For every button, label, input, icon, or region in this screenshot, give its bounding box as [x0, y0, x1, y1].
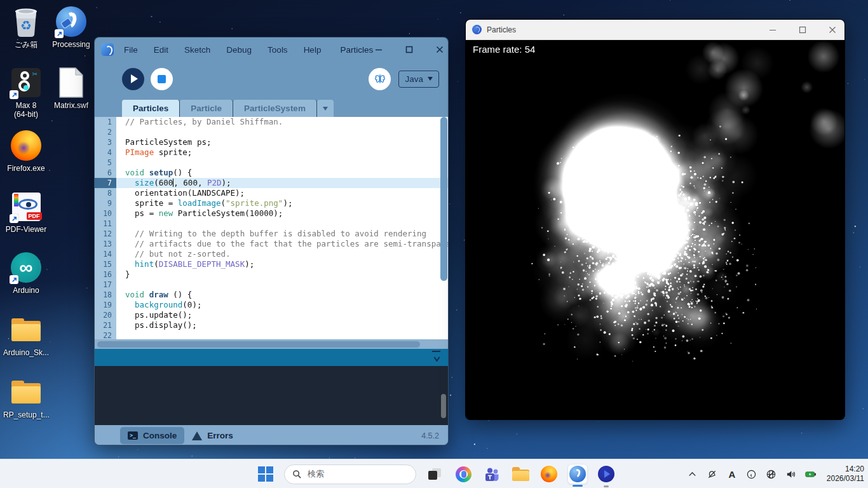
code-line-15[interactable]: 15 hint(DISABLE_DEPTH_MASK);: [95, 259, 448, 269]
editor-scrollbar[interactable]: [440, 117, 447, 281]
menu-file[interactable]: File: [124, 45, 138, 55]
teams-button[interactable]: [482, 464, 502, 484]
code-line-19[interactable]: 19 background(0);: [95, 300, 448, 310]
line-number: 12: [95, 229, 116, 239]
editor-hscrollbar[interactable]: [95, 339, 448, 349]
code-line-6[interactable]: 6void setup() {: [95, 168, 448, 178]
code-line-2[interactable]: 2: [95, 127, 448, 137]
tab-particle[interactable]: Particle: [180, 100, 233, 117]
desktop-icon-firefox[interactable]: Firefox.exe: [3, 129, 49, 173]
line-number: 17: [95, 280, 116, 290]
stop-button[interactable]: [151, 68, 173, 90]
task-view-button[interactable]: [424, 464, 445, 484]
line-number: 7: [95, 178, 116, 188]
line-number: 2: [95, 127, 116, 137]
console-scrollbar[interactable]: [441, 394, 446, 418]
folder-icon: [512, 467, 529, 481]
code-line-10[interactable]: 10 ps = new ParticleSystem(10000);: [95, 208, 448, 219]
start-button[interactable]: [255, 464, 276, 484]
code-line-22[interactable]: 22: [95, 330, 448, 339]
hscroll-thumb[interactable]: [97, 341, 420, 348]
code-text: ps = new ParticleSystem(10000);: [116, 208, 283, 219]
status-circle-button[interactable]: [746, 468, 757, 480]
taskbar-search[interactable]: 検索: [284, 464, 416, 484]
desktop-icon-pdf-viewer[interactable]: PDF PDF-Viewer: [3, 190, 49, 234]
code-editor[interactable]: 1// Particles, by Daniel Shiffman.23Part…: [95, 117, 448, 339]
tray-overflow-button[interactable]: [687, 468, 698, 480]
window-title: Particles: [487, 25, 516, 34]
maximize-button[interactable]: [403, 44, 415, 55]
close-button[interactable]: [827, 24, 838, 36]
desktop-icon-rp-setup[interactable]: RP_setup_t...: [3, 376, 49, 419]
notifications-off-button[interactable]: [707, 468, 718, 480]
sketch-taskbar-button[interactable]: [596, 464, 616, 484]
code-text: // Writing to the depth buffer is disabl…: [116, 229, 426, 239]
code-line-20[interactable]: 20 ps.update();: [95, 310, 448, 320]
menu-edit[interactable]: Edit: [154, 45, 168, 55]
ide-titlebar[interactable]: FileEditSketchDebugToolsHelp Particles: [95, 37, 448, 62]
taskbar: 検索: [0, 459, 868, 488]
tab-particlesystem[interactable]: ParticleSystem: [233, 100, 317, 117]
tab-console[interactable]: >_ Console: [120, 427, 184, 444]
code-line-17[interactable]: 17: [95, 280, 448, 290]
dropdown-arrow-icon: [428, 77, 433, 81]
menu-tools[interactable]: Tools: [268, 45, 288, 55]
menu-help[interactable]: Help: [304, 45, 322, 55]
copilot-button[interactable]: [453, 464, 473, 484]
mode-selector[interactable]: Java: [398, 71, 439, 88]
console-header-strip: [95, 349, 448, 366]
network-button[interactable]: [766, 468, 777, 480]
desktop-icon-matrix-swf[interactable]: Matrix.swf: [48, 66, 94, 110]
code-line-16[interactable]: 16}: [95, 269, 448, 280]
run-button[interactable]: [122, 68, 144, 90]
no-internet-icon: [766, 469, 776, 480]
code-line-12[interactable]: 12 // Writing to the depth buffer is dis…: [95, 229, 448, 239]
code-line-3[interactable]: 3ParticleSystem ps;: [95, 137, 448, 147]
collapse-console-icon[interactable]: [432, 351, 441, 365]
volume-button[interactable]: [785, 468, 797, 480]
desktop-icon-max8[interactable]: ✂ Max 8(64-bit): [3, 66, 49, 119]
tab-menu-button[interactable]: [317, 100, 334, 117]
line-number: 13: [95, 239, 116, 249]
sketch-titlebar[interactable]: Particles: [466, 20, 844, 40]
minimize-button[interactable]: [373, 44, 384, 55]
play-app-icon: [598, 466, 614, 482]
code-line-13[interactable]: 13 // artifacts due to the fact that the…: [95, 239, 448, 249]
code-line-14[interactable]: 14 // but not z-sorted.: [95, 249, 448, 259]
menu-sketch[interactable]: Sketch: [184, 45, 210, 55]
processing-taskbar-button[interactable]: [567, 464, 588, 484]
close-button[interactable]: [434, 44, 445, 55]
code-line-11[interactable]: 11: [95, 219, 448, 229]
file-explorer-button[interactable]: [510, 464, 531, 484]
code-line-9[interactable]: 9 sprite = loadImage("sprite.png");: [95, 198, 448, 208]
menu-debug[interactable]: Debug: [226, 45, 252, 55]
minimize-button[interactable]: [767, 24, 778, 36]
copilot-icon: [456, 466, 471, 482]
ide-footer: >_ Console Errors 4.5.2: [95, 425, 448, 445]
taskbar-clock[interactable]: 14:20 2026/03/11: [827, 464, 864, 484]
maximize-button[interactable]: [797, 24, 808, 36]
desktop-icon-recycle-bin[interactable]: ♻ ごみ箱: [3, 5, 49, 49]
code-line-5[interactable]: 5: [95, 158, 448, 168]
ime-mode-indicator[interactable]: A: [726, 468, 738, 480]
tab-errors[interactable]: Errors: [184, 427, 241, 444]
tab-particles[interactable]: Particles: [122, 100, 180, 117]
code-text: // Particles, by Daniel Shiffman.: [116, 117, 283, 127]
icon-label: ごみ箱: [3, 40, 49, 49]
battery-button[interactable]: [805, 468, 817, 480]
firefox-button[interactable]: [539, 464, 559, 484]
code-line-7[interactable]: 7 size(600, 600, P2D);: [95, 178, 448, 188]
desktop-icon-processing[interactable]: Processing: [48, 5, 94, 49]
debug-button[interactable]: [369, 68, 391, 90]
clock-date: 2026/03/11: [827, 474, 864, 484]
code-line-4[interactable]: 4PImage sprite;: [95, 147, 448, 158]
svg-text:♻: ♻: [20, 18, 32, 32]
desktop-icon-arduino[interactable]: ∞ Arduino: [3, 251, 49, 295]
code-line-8[interactable]: 8 orientation(LANDSCAPE);: [95, 188, 448, 198]
code-line-18[interactable]: 18void draw () {: [95, 290, 448, 300]
shortcut-arrow-icon: [10, 214, 18, 223]
code-line-21[interactable]: 21 ps.display();: [95, 320, 448, 330]
desktop-icon-arduino-sketches[interactable]: Arduino_Sk...: [3, 313, 49, 357]
code-line-1[interactable]: 1// Particles, by Daniel Shiffman.: [95, 117, 448, 127]
windows-logo-icon: [257, 466, 274, 482]
